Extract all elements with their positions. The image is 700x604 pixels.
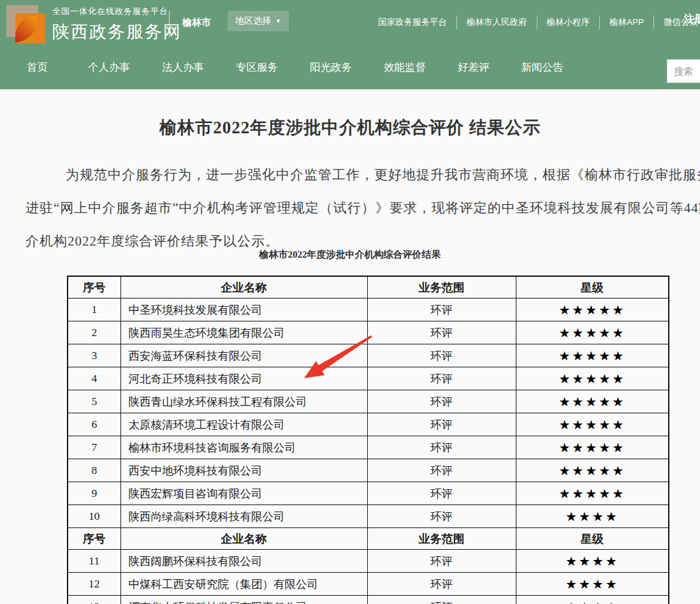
star-rating-cell: ★★★★ [516,550,669,573]
column-header: 序号 [68,528,120,550]
link-national-platform[interactable]: 国家政务服务平台 [368,15,457,29]
row-number-cell: 13 [68,596,120,604]
star-rating-cell: ★★★★ [516,573,669,596]
table-caption: 榆林市2022年度涉批中介机构综合评价结果 [0,249,700,261]
column-header: 业务范围 [367,276,516,298]
business-scope-cell: 环评 [367,573,516,596]
nav-item-news[interactable]: 新闻公告 [521,61,564,75]
nav-item-zones[interactable]: 专区服务 [236,61,278,75]
search-input[interactable] [667,59,700,83]
row-number-cell: 3 [68,344,120,367]
link-city-government[interactable]: 榆林市人民政府 [457,15,537,29]
row-number-cell: 7 [68,436,120,459]
business-scope-cell: 环评 [367,298,516,321]
nav-item-personal[interactable]: 个人办事 [88,61,130,75]
row-number-cell: 2 [68,321,120,344]
star-rating-cell: ★★★★★ [516,390,669,413]
star-rating-cell: ★★★★★ [516,413,669,436]
register-link[interactable]: 注册 [684,13,700,26]
row-number-cell: 8 [68,459,120,482]
star-rating-cell: ★★★★★ [516,482,669,505]
nav-item-home[interactable]: 首页 [27,61,48,75]
star-rating-cell: ★★★★ [516,596,669,604]
paragraph-line: 进驻“网上中介服务超市”中介机构考评管理规定（试行）》要求，现将评定的中圣环境科… [26,199,700,217]
chevron-down-icon: ▼ [275,18,281,24]
company-name-cell: 陕西阔鹏环保科技有限公司 [120,550,367,573]
link-mini-program[interactable]: 榆林小程序 [537,15,601,29]
company-name-cell: 陕西尚绿高科环境科技有限公司 [120,505,367,528]
star-rating-cell: ★★★★★ [516,344,669,367]
site-logo-icon [6,5,46,45]
nav-item-sunshine[interactable]: 阳光政务 [310,61,352,75]
company-name-cell: 西安中地环境科技有限公司 [120,459,367,482]
link-city-app[interactable]: 榆林APP [600,15,654,29]
table-row: 13渭南华山环保科技发展有限责任公司环评★★★★ [68,596,669,604]
site-name: 陕西政务服务网 [52,20,182,43]
table-row: 6太原核清环境工程设计有限公司环评★★★★★ [68,413,669,436]
business-scope-cell: 环评 [367,436,516,459]
column-header: 企业名称 [120,276,367,298]
table-row: 3西安海蓝环保科技有限公司环评★★★★★ [68,344,669,367]
brand-divider [169,11,170,38]
row-number-cell: 10 [68,505,120,528]
table-row: 5陕西青山绿水环保科技工程有限公司环评★★★★★ [68,390,669,413]
table-row: 12中煤科工西安研究院（集团）有限公司环评★★★★ [68,573,669,596]
business-scope-cell: 环评 [367,505,516,528]
region-selector-label: 地区选择 [235,15,271,27]
company-name-cell: 陕西雨昊生态环境集团有限公司 [120,321,367,344]
table-header-row: 序号企业名称业务范围星级 [68,276,669,298]
business-scope-cell: 环评 [367,459,516,482]
business-scope-cell: 环评 [367,321,516,344]
business-scope-cell: 环评 [367,390,516,413]
table-body: 序号企业名称业务范围星级1中圣环境科技发展有限公司环评★★★★★2陕西雨昊生态环… [68,276,669,604]
table-row: 4河北奇正环境科技有限公司环评★★★★★ [68,367,669,390]
company-name-cell: 西安海蓝环保科技有限公司 [120,344,367,367]
column-header: 序号 [68,276,120,298]
nav-item-supervision[interactable]: 效能监督 [384,61,426,75]
company-name-cell: 渭南华山环保科技发展有限责任公司 [120,596,367,604]
row-number-cell: 6 [68,413,120,436]
company-name-cell: 中圣环境科技发展有限公司 [120,298,367,321]
company-name-cell: 中煤科工西安研究院（集团）有限公司 [120,573,367,596]
business-scope-cell: 环评 [367,596,516,604]
nav-item-rating[interactable]: 好差评 [458,61,490,75]
business-scope-cell: 环评 [367,367,516,390]
current-city-label: 榆林市 [182,17,211,29]
column-header: 星级 [516,276,669,298]
table-row: 8西安中地环境科技有限公司环评★★★★★ [68,459,669,482]
company-name-cell: 陕西宏辉项目咨询有限公司 [120,482,367,505]
paragraph-line: 介机构2022年度综合评价结果予以公示。 [26,232,279,250]
business-scope-cell: 环评 [367,550,516,573]
page-content: 榆林市2022年度涉批中介机构综合评价 结果公示 为规范中介服务行为，进一步强化… [0,89,700,604]
page-title: 榆林市2022年度涉批中介机构综合评价 结果公示 [0,116,700,139]
company-name-cell: 榆林市环境科技咨询服务有限公司 [120,436,367,459]
row-number-cell: 4 [68,367,120,390]
star-rating-cell: ★★★★★ [516,321,669,344]
site-brand: 全国一体化在线政务服务平台 陕西政务服务网 [52,6,182,43]
region-selector-button[interactable]: 地区选择 ▼ [228,11,289,31]
table-row: 9陕西宏辉项目咨询有限公司环评★★★★★ [68,482,669,505]
paragraph-line: 为规范中介服务行为，进一步强化中介监管工作，更好地提升我市营商环境，根据《榆林市… [66,166,700,184]
business-scope-cell: 环评 [367,344,516,367]
site-header: 全国一体化在线政务服务平台 陕西政务服务网 榆林市 地区选择 ▼ 国家政务服务平… [0,0,700,89]
business-scope-cell: 环评 [367,413,516,436]
star-rating-cell: ★★★★ [516,505,669,528]
row-number-cell: 1 [68,298,120,321]
star-rating-cell: ★★★★★ [516,436,669,459]
platform-tagline: 全国一体化在线政务服务平台 [52,6,182,17]
star-rating-cell: ★★★★★ [516,298,669,321]
table-row: 7榆林市环境科技咨询服务有限公司环评★★★★★ [68,436,669,459]
column-header: 企业名称 [120,528,367,550]
table-header-row: 序号企业名称业务范围星级 [68,528,669,550]
main-nav: 首页 个人办事 法人办事 专区服务 阳光政务 效能监督 好差评 新闻公告 [27,61,564,75]
row-number-cell: 12 [68,573,120,596]
nav-item-legal[interactable]: 法人办事 [162,61,204,75]
row-number-cell: 9 [68,482,120,505]
star-rating-cell: ★★★★★ [516,459,669,482]
company-name-cell: 太原核清环境工程设计有限公司 [120,413,367,436]
star-rating-cell: ★★★★★ [516,367,669,390]
logo-leaf-icon [15,15,40,43]
table-row: 2陕西雨昊生态环境集团有限公司环评★★★★★ [68,321,669,344]
column-header: 星级 [516,528,669,550]
table-row: 11陕西阔鹏环保科技有限公司环评★★★★ [68,550,669,573]
